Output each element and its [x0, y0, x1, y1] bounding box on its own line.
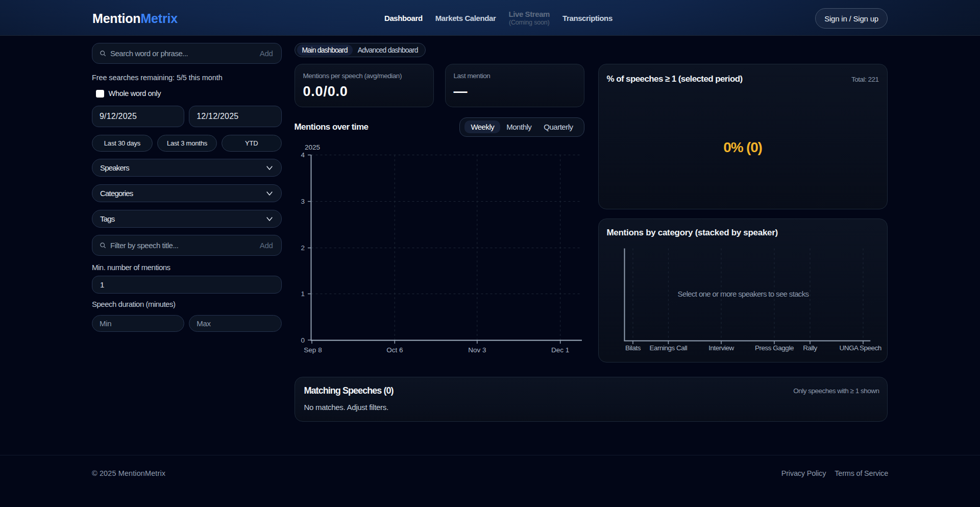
svg-text:Press Gaggle: Press Gaggle [755, 344, 794, 352]
svg-text:Sep 8: Sep 8 [304, 346, 322, 354]
svg-text:Earnings Call: Earnings Call [649, 344, 687, 352]
svg-text:UNGA Speech: UNGA Speech [839, 344, 881, 352]
svg-text:0: 0 [301, 336, 305, 344]
svg-text:3: 3 [301, 198, 305, 205]
svg-text:Dec 1: Dec 1 [551, 346, 569, 354]
svg-text:Select one or more speakers to: Select one or more speakers to see stack… [677, 289, 808, 298]
svg-text:Bilats: Bilats [625, 344, 641, 352]
svg-text:Nov 3: Nov 3 [468, 346, 486, 354]
svg-text:4: 4 [301, 151, 305, 159]
svg-text:2025: 2025 [305, 143, 320, 151]
svg-text:Interview: Interview [708, 344, 734, 352]
svg-text:2: 2 [301, 244, 305, 252]
svg-text:1: 1 [301, 290, 305, 298]
svg-text:Oct 6: Oct 6 [386, 346, 403, 354]
svg-text:Rally: Rally [803, 344, 817, 352]
